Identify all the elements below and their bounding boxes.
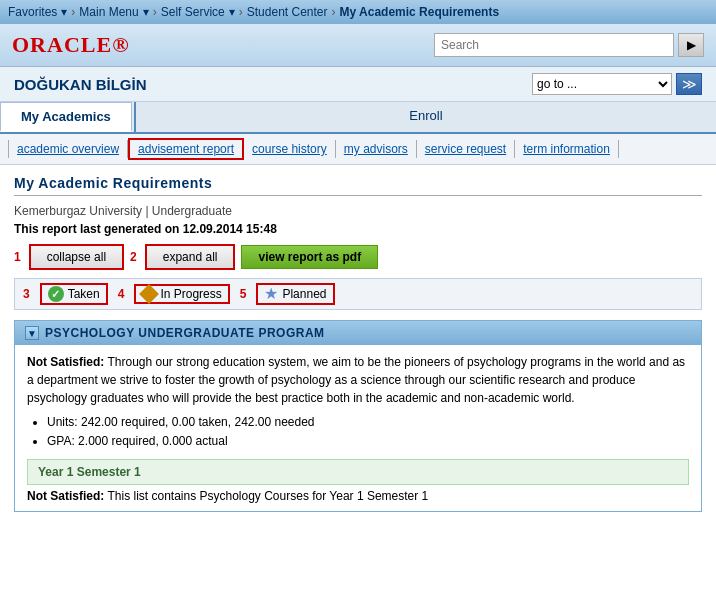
collapse-all-button[interactable]: collapse all	[29, 244, 124, 270]
year1-title: Year 1 Semester 1	[38, 465, 678, 479]
student-center[interactable]: Student Center	[247, 5, 328, 19]
subnav-advisement-report[interactable]: advisement report	[128, 138, 244, 160]
program-requirements: Units: 242.00 required, 0.00 taken, 242.…	[47, 413, 689, 451]
view-pdf-button[interactable]: view report as pdf	[241, 245, 378, 269]
badge-1: 1	[14, 250, 21, 264]
inprogress-icon	[140, 284, 160, 304]
program-not-satisfied: Not Satisfied: Through our strong educat…	[27, 353, 689, 407]
taken-label: Taken	[68, 287, 100, 301]
planned-label: Planned	[282, 287, 326, 301]
nav-dropdown3-icon: ▾	[229, 5, 235, 19]
program-body: Not Satisfied: Through our strong educat…	[15, 345, 701, 511]
favorites-menu[interactable]: Favorites	[8, 5, 57, 19]
badge-2: 2	[130, 250, 137, 264]
legend-num3: 3	[23, 287, 30, 301]
not-satisfied-label: Not Satisfied:	[27, 355, 104, 369]
main-content: My Academic Requirements Kemerburgaz Uni…	[0, 165, 716, 532]
top-navigation: Favorites ▾ › Main Menu ▾ › Self Service…	[0, 0, 716, 24]
gpa-requirement: GPA: 2.000 required, 0.000 actual	[47, 432, 689, 451]
report-generated: This report last generated on 12.09.2014…	[14, 222, 702, 236]
inprogress-legend: In Progress	[134, 284, 229, 304]
nav-sep3: ›	[239, 5, 243, 19]
units-requirement: Units: 242.00 required, 0.00 taken, 242.…	[47, 413, 689, 432]
search-area: ▶	[434, 33, 704, 57]
report-date: 12.09.2014 15:48	[183, 222, 277, 236]
university-info: Kemerburgaz University | Undergraduate	[14, 204, 702, 218]
legend-num4: 4	[118, 287, 125, 301]
inprogress-label: In Progress	[160, 287, 221, 301]
legend-num5: 5	[240, 287, 247, 301]
sub-navigation: academic overview advisement report cour…	[0, 134, 716, 165]
nav-sep2: ›	[153, 5, 157, 19]
subnav-term-information[interactable]: term information	[515, 140, 619, 158]
taken-icon: ✓	[48, 286, 64, 302]
expand-all-button[interactable]: expand all	[145, 244, 236, 270]
nav-dropdown-icon: ▾	[61, 5, 67, 19]
report-label: This report last generated on	[14, 222, 179, 236]
year1-description: This list contains Psychology Courses fo…	[107, 489, 428, 503]
legend-row: 3 ✓ Taken 4 In Progress 5 ★ Planned	[14, 278, 702, 310]
program-toggle-icon[interactable]: ▼	[25, 326, 39, 340]
user-name: DOĞUKAN BİLGİN	[14, 76, 147, 93]
program-section: ▼ PSYCHOLOGY UNDERGRADUATE PROGRAM Not S…	[14, 320, 702, 512]
subnav-my-advisors[interactable]: my advisors	[336, 140, 417, 158]
planned-icon: ★	[264, 286, 278, 302]
page-title: My Academic Requirements	[14, 175, 702, 196]
nav-sep4: ›	[331, 5, 335, 19]
search-button[interactable]: ▶	[678, 33, 704, 57]
program-header: ▼ PSYCHOLOGY UNDERGRADUATE PROGRAM	[15, 321, 701, 345]
tab-my-academics[interactable]: My Academics	[0, 102, 132, 132]
subnav-course-history[interactable]: course history	[244, 140, 336, 158]
goto-select[interactable]: go to ...	[532, 73, 672, 95]
tab-bar: My Academics Enroll	[0, 102, 716, 134]
subnav-service-request[interactable]: service request	[417, 140, 515, 158]
nav-dropdown2-icon: ▾	[143, 5, 149, 19]
self-service[interactable]: Self Service	[161, 5, 225, 19]
taken-legend: ✓ Taken	[40, 283, 108, 305]
search-input[interactable]	[434, 33, 674, 57]
user-bar: DOĞUKAN BİLGİN go to ... ≫	[0, 67, 716, 102]
oracle-header: ORACLE® ▶	[0, 24, 716, 67]
goto-button[interactable]: ≫	[676, 73, 702, 95]
subnav-academic-overview[interactable]: academic overview	[8, 140, 128, 158]
current-page: My Academic Requirements	[339, 5, 499, 19]
tab-enroll[interactable]: Enroll	[134, 102, 716, 132]
action-row: 1 collapse all 2 expand all view report …	[14, 244, 702, 270]
planned-legend: ★ Planned	[256, 283, 334, 305]
year1-not-satisfied-label: Not Satisfied:	[27, 489, 104, 503]
year1-body: Not Satisfied: This list contains Psycho…	[27, 485, 689, 503]
oracle-logo: ORACLE®	[12, 32, 130, 58]
program-header-title: PSYCHOLOGY UNDERGRADUATE PROGRAM	[45, 326, 325, 340]
goto-area: go to ... ≫	[532, 73, 702, 95]
program-description: Through our strong education system, we …	[27, 355, 685, 405]
nav-sep1: ›	[71, 5, 75, 19]
main-menu[interactable]: Main Menu	[79, 5, 138, 19]
year1-section: Year 1 Semester 1	[27, 459, 689, 485]
